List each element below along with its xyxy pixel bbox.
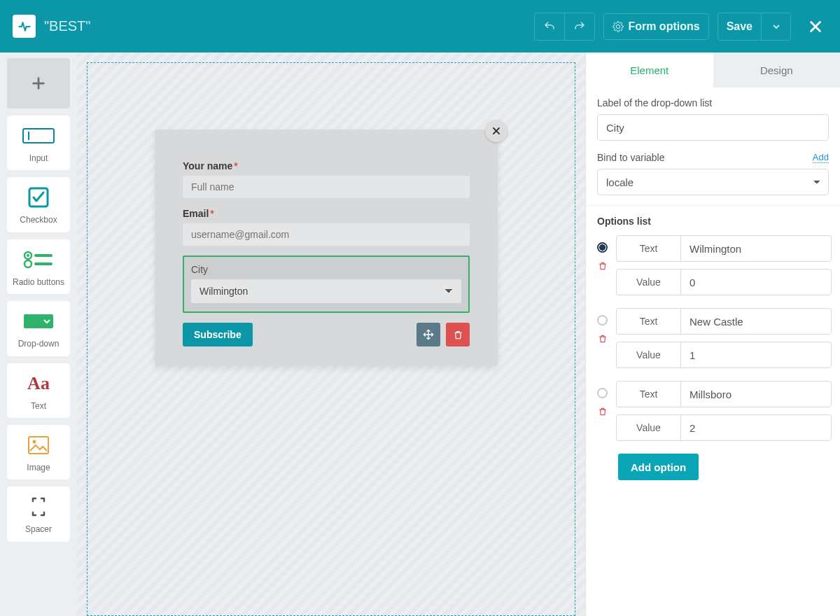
- field-name-input[interactable]: [183, 176, 470, 198]
- option-text-input[interactable]: [680, 235, 832, 262]
- option-text-key: Text: [616, 308, 680, 335]
- option-block: Text Value: [597, 381, 829, 441]
- bind-variable-select[interactable]: locale: [597, 169, 829, 195]
- plus-icon: [31, 76, 46, 91]
- tab-element[interactable]: Element: [586, 52, 713, 88]
- trash-icon: [453, 330, 463, 340]
- option-delete-button[interactable]: [598, 261, 608, 271]
- move-icon: [423, 329, 434, 340]
- svg-rect-0: [23, 129, 54, 143]
- palette-checkbox[interactable]: Checkbox: [7, 177, 70, 232]
- form-canvas[interactable]: Your name* Email* City Wilmington Subscr…: [87, 62, 575, 616]
- close-icon: [808, 19, 823, 34]
- option-default-radio[interactable]: [597, 242, 608, 253]
- palette-radio[interactable]: Radio buttons: [7, 239, 70, 294]
- palette-spacer[interactable]: Spacer: [7, 486, 70, 541]
- palette-dropdown-label: Drop-down: [11, 339, 66, 349]
- image-icon: [28, 436, 49, 454]
- pulse-icon: [18, 20, 31, 34]
- spacer-icon: [29, 497, 48, 517]
- option-value-key: Value: [616, 342, 680, 368]
- bind-title: Bind to variable: [597, 152, 665, 163]
- label-input[interactable]: [597, 114, 829, 141]
- palette-text[interactable]: Aa Text: [7, 363, 70, 418]
- field-city-select[interactable]: Wilmington: [191, 279, 461, 303]
- save-button[interactable]: Save: [718, 13, 761, 40]
- palette-checkbox-label: Checkbox: [11, 215, 66, 225]
- app-logo: [13, 15, 36, 38]
- add-element-button[interactable]: [7, 58, 70, 108]
- form-preview: Your name* Email* City Wilmington Subscr…: [155, 130, 498, 366]
- option-text-input[interactable]: [680, 308, 832, 335]
- move-element-button[interactable]: [416, 323, 440, 346]
- option-value-key: Value: [616, 414, 680, 441]
- option-text-key: Text: [616, 235, 680, 262]
- form-options-button[interactable]: Form options: [603, 13, 708, 40]
- field-email-input[interactable]: [183, 223, 470, 246]
- trash-icon: [598, 261, 608, 271]
- palette-input-label: Input: [11, 153, 66, 163]
- canvas-area: Your name* Email* City Wilmington Subscr…: [77, 52, 585, 616]
- text-icon: Aa: [27, 373, 50, 394]
- option-value-input[interactable]: [680, 342, 832, 368]
- dropdown-icon: [23, 314, 54, 329]
- bind-add-link[interactable]: Add: [813, 152, 829, 163]
- form-close-button[interactable]: [485, 120, 507, 142]
- field-name-label: Your name*: [183, 160, 470, 172]
- option-default-radio[interactable]: [597, 315, 608, 326]
- redo-icon: [573, 20, 586, 33]
- top-bar: "BEST" Form options Save: [0, 0, 840, 52]
- form-options-label: Form options: [628, 20, 699, 33]
- element-palette: Input Checkbox Radio buttons Drop-down A…: [0, 52, 77, 616]
- option-block: Text Value: [597, 308, 829, 368]
- input-icon: [22, 128, 55, 144]
- gear-icon: [612, 21, 624, 32]
- subscribe-button[interactable]: Subscribe: [183, 323, 253, 346]
- undo-redo-group: [534, 13, 595, 41]
- option-default-radio[interactable]: [597, 388, 608, 398]
- undo-button[interactable]: [535, 13, 564, 40]
- delete-element-button[interactable]: [446, 323, 470, 346]
- field-city-selected[interactable]: City Wilmington: [183, 255, 470, 313]
- option-delete-button[interactable]: [598, 334, 608, 344]
- option-text-input[interactable]: [680, 381, 832, 407]
- option-delete-button[interactable]: [598, 407, 608, 416]
- radio-icon: [23, 251, 54, 269]
- checkbox-icon: [28, 187, 49, 208]
- palette-image[interactable]: Image: [7, 425, 70, 479]
- separator: [586, 205, 840, 206]
- svg-rect-5: [34, 254, 52, 257]
- tab-design[interactable]: Design: [713, 52, 841, 88]
- option-value-input[interactable]: [680, 269, 832, 295]
- undo-icon: [543, 20, 556, 33]
- option-value-input[interactable]: [680, 414, 832, 441]
- palette-image-label: Image: [11, 463, 66, 472]
- palette-text-label: Text: [11, 401, 66, 411]
- palette-spacer-label: Spacer: [11, 524, 66, 534]
- option-text-key: Text: [616, 381, 680, 407]
- caret-down-icon: [773, 23, 780, 30]
- palette-dropdown[interactable]: Drop-down: [7, 301, 70, 356]
- field-city-label: City: [191, 264, 461, 275]
- label-title: Label of the drop-down list: [597, 97, 829, 108]
- save-dropdown-button[interactable]: [761, 13, 790, 40]
- panel-tabs: Element Design: [586, 52, 840, 88]
- redo-button[interactable]: [564, 13, 594, 40]
- svg-point-6: [24, 260, 31, 267]
- save-group: Save: [718, 13, 791, 41]
- svg-point-4: [27, 254, 29, 257]
- field-email-label: Email*: [183, 208, 470, 219]
- option-block: Text Value: [597, 235, 829, 295]
- trash-icon: [598, 334, 608, 344]
- add-option-button[interactable]: Add option: [618, 454, 699, 480]
- field-name[interactable]: Your name*: [183, 160, 470, 198]
- svg-rect-7: [34, 262, 52, 265]
- close-icon: [491, 126, 501, 136]
- palette-input[interactable]: Input: [7, 115, 70, 170]
- page-title: "BEST": [44, 18, 90, 34]
- svg-point-10: [33, 440, 36, 443]
- field-email[interactable]: Email*: [183, 208, 470, 246]
- close-button[interactable]: [804, 19, 827, 34]
- svg-rect-9: [29, 437, 48, 454]
- option-value-key: Value: [616, 269, 680, 295]
